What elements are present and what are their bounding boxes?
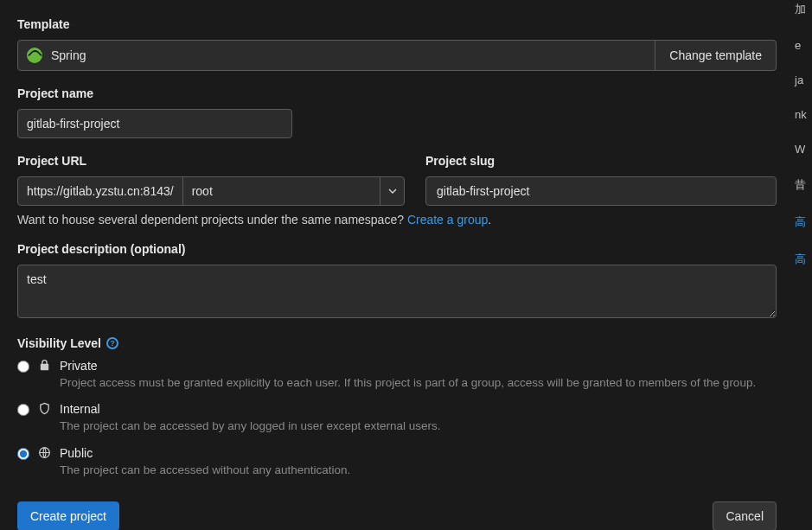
globe-icon xyxy=(38,446,51,459)
visibility-option-private[interactable]: Private Project access must be granted e… xyxy=(17,359,777,392)
private-title: Private xyxy=(60,359,98,373)
radio-internal[interactable] xyxy=(17,404,29,416)
visibility-label: Visibility Level xyxy=(17,336,101,350)
project-url-label: Project URL xyxy=(17,154,405,168)
public-title: Public xyxy=(60,446,93,460)
template-box: Spring Change template xyxy=(17,40,777,71)
project-url-prefix: https://gitlab.yzstu.cn:8143/ xyxy=(18,177,182,205)
shield-icon xyxy=(38,402,51,415)
sidebar-chars: 加 e ja nk W 昔 高 高 xyxy=(795,0,812,267)
namespace-value: root xyxy=(183,184,380,198)
radio-private[interactable] xyxy=(17,361,29,373)
create-project-button[interactable]: Create project xyxy=(17,501,119,530)
internal-desc: The project can be accessed by any logge… xyxy=(60,418,777,435)
public-desc: The project can be accessed without any … xyxy=(60,462,777,479)
template-name: Spring xyxy=(51,48,86,62)
visibility-option-public[interactable]: Public The project can be accessed witho… xyxy=(17,446,777,479)
create-group-link[interactable]: Create a group xyxy=(407,213,488,227)
internal-title: Internal xyxy=(60,402,100,416)
project-slug-input[interactable] xyxy=(425,176,777,206)
help-icon[interactable]: ? xyxy=(106,337,118,349)
project-name-input[interactable] xyxy=(17,109,292,138)
chevron-down-icon xyxy=(380,177,404,205)
project-name-label: Project name xyxy=(17,86,777,100)
spring-icon xyxy=(27,48,42,63)
radio-public[interactable] xyxy=(17,448,29,460)
project-url-group: https://gitlab.yzstu.cn:8143/ root xyxy=(17,176,405,206)
cancel-button[interactable]: Cancel xyxy=(713,501,777,530)
description-textarea[interactable]: test xyxy=(17,265,777,318)
template-label: Template xyxy=(17,17,777,31)
private-desc: Project access must be granted explicitl… xyxy=(60,374,777,392)
visibility-option-internal[interactable]: Internal The project can be accessed by … xyxy=(17,402,777,435)
project-slug-label: Project slug xyxy=(425,154,777,168)
lock-icon xyxy=(38,359,51,372)
description-label: Project description (optional) xyxy=(17,242,777,256)
change-template-button[interactable]: Change template xyxy=(655,41,776,70)
namespace-hint: Want to house several dependent projects… xyxy=(17,213,777,227)
namespace-select[interactable]: root xyxy=(182,177,404,205)
